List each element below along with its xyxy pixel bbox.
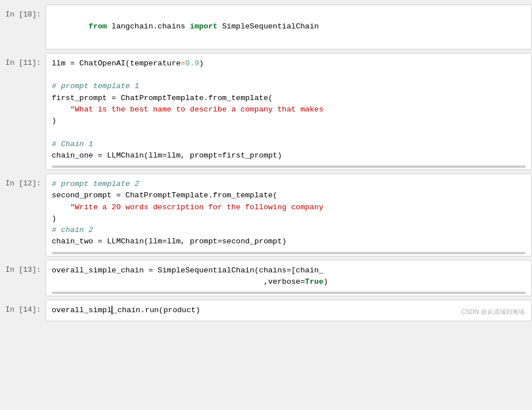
code-line: llm = ChatOpenAI(temperature=0.9) xyxy=(52,58,526,69)
code-line: ) xyxy=(52,213,526,225)
notebook-container: In [10]: from langchain.chains import Si… xyxy=(0,0,532,329)
code-line-comment: # Chain 1 xyxy=(52,139,526,150)
cell-label-11: In [11]: xyxy=(0,53,45,170)
code-line-comment: # prompt template 2 xyxy=(52,179,526,190)
cell-row-10: In [10]: from langchain.chains import Si… xyxy=(0,5,532,49)
cell-label-13: In [13]: xyxy=(0,260,45,297)
code-line-comment: # prompt template 1 xyxy=(52,81,526,92)
cell-content-10[interactable]: from langchain.chains import SimpleSeque… xyxy=(45,5,532,49)
code-line: from langchain.chains import SimpleSeque… xyxy=(52,10,526,44)
code-line: chain_one = LLMChain(llm=llm, prompt=fir… xyxy=(52,150,526,161)
cell-content-12[interactable]: # prompt template 2 second_prompt = Chat… xyxy=(45,173,532,256)
scrollbar-hint[interactable] xyxy=(52,252,526,254)
cell-row-11: In [11]: llm = ChatOpenAI(temperature=0.… xyxy=(0,53,532,170)
kw-import: import xyxy=(190,22,218,31)
code-line: chain_two = LLMChain(llm=llm, prompt=sec… xyxy=(52,236,526,247)
code-line-comment: # chain 2 xyxy=(52,225,526,236)
kw-from: from xyxy=(89,22,107,31)
code-line xyxy=(52,69,526,81)
watermark: CSDN @从流域到海域 xyxy=(462,308,525,316)
code-line: second_prompt = ChatPromptTemplate.from_… xyxy=(52,190,526,201)
scrollbar-hint[interactable] xyxy=(52,165,526,168)
cell-label-10: In [10]: xyxy=(0,5,45,49)
code-text: SimpleSequentialChain xyxy=(218,22,319,31)
cell-content-13[interactable]: overall_simple_chain = SimpleSequentialC… xyxy=(45,260,532,297)
cell-row-14: In [14]: overall_simpl​_chain.run(produc… xyxy=(0,300,532,321)
code-line: ) xyxy=(52,115,526,127)
cell-row-12: In [12]: # prompt template 2 second_prom… xyxy=(0,173,532,256)
cell-content-11[interactable]: llm = ChatOpenAI(temperature=0.9) # prom… xyxy=(45,53,532,170)
cell-label-14: In [14]: xyxy=(0,300,45,321)
code-line: first_prompt = ChatPromptTemplate.from_t… xyxy=(52,93,526,104)
code-line-string: "What is the best name to describe a com… xyxy=(52,104,526,115)
code-text: langchain.chains xyxy=(107,22,190,31)
code-line: ,verbose=True) xyxy=(52,276,526,288)
scrollbar-hint[interactable] xyxy=(52,292,526,294)
code-line-string: "Write a 20 words description for the fo… xyxy=(52,202,526,213)
cell-row-13: In [13]: overall_simple_chain = SimpleSe… xyxy=(0,260,532,297)
cell-label-12: In [12]: xyxy=(0,173,45,256)
cell-content-14[interactable]: overall_simpl​_chain.run(product) CSDN @… xyxy=(45,300,532,321)
code-line: overall_simpl​_chain.run(product) xyxy=(52,305,526,316)
code-line: overall_simple_chain = SimpleSequentialC… xyxy=(52,265,526,276)
code-line xyxy=(52,127,526,138)
